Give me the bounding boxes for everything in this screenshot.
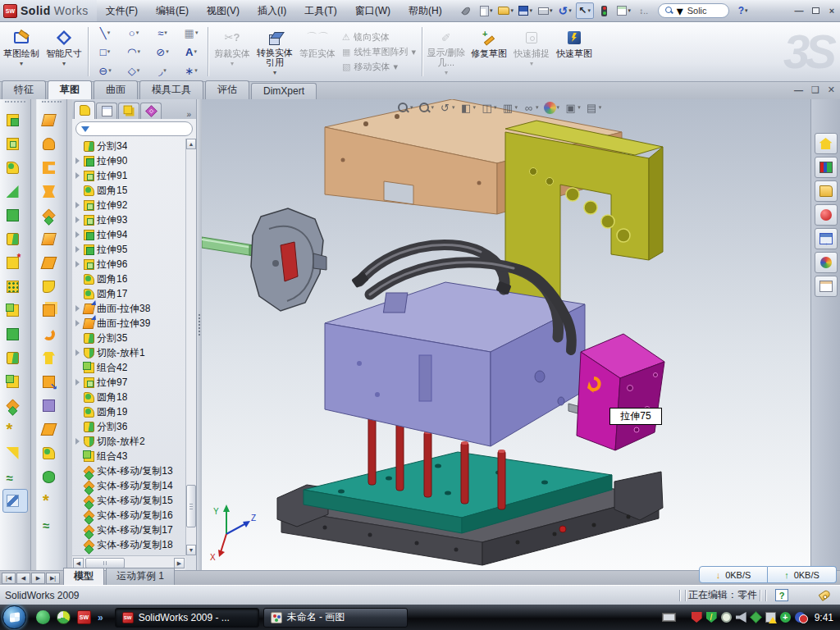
doc-restore-button[interactable]: ❑: [811, 84, 819, 95]
feature-tool-button[interactable]: [0, 322, 30, 346]
menu-item[interactable]: 编辑(E): [147, 0, 198, 21]
ribbon-tab[interactable]: 草图: [48, 80, 92, 100]
sketch-button[interactable]: 草图绘制▾: [1, 25, 42, 79]
sketch-entity-button[interactable]: ▾: [120, 24, 148, 42]
feature-tool-button[interactable]: [0, 227, 30, 251]
sketch-entity-button[interactable]: ▾: [120, 62, 148, 80]
feature-tool-button[interactable]: [0, 346, 30, 370]
network-speed-widget[interactable]: ↓ 0KB/S ↑ 0KB/S: [699, 566, 837, 583]
feature-tree-item[interactable]: 实体-移动/复制16: [74, 508, 185, 523]
rapid-sketch-button[interactable]: 快速草图: [554, 25, 595, 79]
expand-arrow-icon[interactable]: [74, 170, 81, 181]
expand-arrow-icon[interactable]: [74, 244, 81, 255]
search-input[interactable]: [686, 5, 722, 16]
sketch-entity-button[interactable]: ▾: [177, 43, 205, 61]
ribbon-tab[interactable]: 曲面: [94, 80, 138, 99]
surface-tool-button[interactable]: [37, 227, 66, 251]
feature-tree-item[interactable]: 曲面-拉伸38: [74, 301, 185, 316]
quick-launch-icon[interactable]: [36, 610, 50, 624]
print-icon[interactable]: ▾: [536, 2, 555, 19]
document-tab[interactable]: 模型: [63, 568, 104, 585]
tray-icon[interactable]: [795, 612, 806, 623]
view-tool-button[interactable]: ▾: [544, 102, 560, 114]
ribbon-tab[interactable]: 评估: [205, 80, 249, 99]
trim-entities-button[interactable]: ✂?剪裁实体▾: [212, 25, 253, 79]
view-tool-button[interactable]: ▾: [460, 102, 477, 114]
surface-tool-button[interactable]: [37, 251, 66, 275]
tray-icon[interactable]: [692, 612, 702, 623]
surface-tool-button[interactable]: [37, 418, 66, 441]
sketch-entity-button[interactable]: ▾: [120, 43, 148, 61]
ribbon-tab[interactable]: DimXpert: [251, 83, 317, 99]
doc-close-button[interactable]: ✕: [828, 84, 835, 95]
feature-tree-item[interactable]: 拉伸94: [74, 227, 185, 242]
expand-arrow-icon[interactable]: [74, 155, 81, 167]
select-tool-icon[interactable]: ↖▾: [576, 2, 594, 19]
feature-tree-item[interactable]: 圆角18: [74, 390, 185, 404]
design-tree-tab[interactable]: [74, 101, 95, 119]
taskbar-window-button[interactable]: 未命名 - 画图: [263, 608, 408, 628]
expand-arrow-icon[interactable]: [74, 377, 81, 388]
feature-tree-item[interactable]: 圆角16: [74, 272, 185, 286]
expand-arrow-icon[interactable]: [74, 258, 81, 270]
task-pane-button[interactable]: [815, 228, 838, 249]
graphics-viewport[interactable]: Y Z X ▾ ▾: [202, 99, 810, 570]
feature-tree-item[interactable]: 曲面-拉伸39: [74, 316, 185, 331]
keyboard-layout-icon[interactable]: [662, 613, 676, 622]
feature-tree-item[interactable]: 组合42: [74, 360, 185, 375]
close-button[interactable]: ×: [824, 3, 840, 18]
expand-arrow-icon[interactable]: [74, 214, 81, 226]
menu-item[interactable]: 帮助(H): [399, 0, 451, 21]
feature-tree-item[interactable]: 实体-移动/复制15: [74, 493, 185, 508]
tag-icon[interactable]: [819, 589, 832, 601]
feature-tool-button[interactable]: [0, 299, 30, 322]
feature-tree-item[interactable]: 实体-移动/复制18: [74, 537, 185, 552]
help-icon[interactable]: ?▾: [734, 2, 752, 19]
scroll-up-icon[interactable]: ▲: [186, 139, 196, 149]
surface-tool-button[interactable]: [37, 465, 66, 489]
feature-tree-item[interactable]: 组合43: [74, 449, 185, 463]
expand-arrow-icon[interactable]: [74, 347, 81, 358]
feature-tool-button[interactable]: [0, 108, 30, 132]
offset-entities-button[interactable]: ⌒⌒等距实体: [297, 25, 338, 79]
feature-tree-item[interactable]: 切除-放样2: [74, 434, 185, 449]
feature-tool-button[interactable]: [0, 203, 30, 227]
task-pane-button[interactable]: [815, 180, 838, 202]
task-pane-button[interactable]: [815, 276, 838, 297]
menu-item[interactable]: 视图(V): [198, 0, 249, 21]
task-pane-button[interactable]: [815, 133, 838, 154]
surface-tool-button[interactable]: [37, 394, 66, 418]
feature-tool-button[interactable]: [0, 132, 30, 156]
configuration-manager-tab[interactable]: [118, 103, 139, 119]
tray-icon[interactable]: [780, 612, 791, 623]
taskbar-clock[interactable]: 9:41: [815, 612, 833, 623]
view-tool-button[interactable]: ▾: [586, 102, 602, 114]
feature-tool-button[interactable]: [0, 441, 30, 465]
feature-tool-button[interactable]: [0, 370, 30, 394]
sketch-entity-button[interactable]: ▾: [91, 62, 119, 80]
view-tool-button[interactable]: ▾: [502, 102, 518, 114]
expand-arrow-icon[interactable]: [74, 229, 81, 240]
feature-tool-button[interactable]: [2, 489, 28, 513]
feature-tree-item[interactable]: 圆角17: [74, 286, 185, 301]
view-tool-button[interactable]: ▾: [523, 102, 539, 114]
document-tab[interactable]: 运动算例 1: [106, 568, 175, 585]
feature-tree-item[interactable]: 实体-移动/复制17: [74, 523, 185, 537]
sketch-entity-button[interactable]: ▾: [148, 24, 176, 42]
sketch-entity-button[interactable]: ▾: [91, 43, 119, 61]
feature-tool-button[interactable]: [0, 156, 30, 180]
view-tool-button[interactable]: ▾: [564, 102, 581, 114]
surface-tool-button[interactable]: [37, 275, 66, 299]
doc-minimize-button[interactable]: —: [794, 85, 803, 95]
feature-tree-item[interactable]: 实体-移动/复制13: [74, 463, 185, 478]
tray-icon[interactable]: [706, 612, 717, 623]
feature-tree-item[interactable]: 拉伸97: [74, 375, 185, 390]
prev-tab-icon[interactable]: ◀: [16, 573, 30, 584]
view-tool-button[interactable]: ▾: [397, 102, 413, 114]
surface-tool-button[interactable]: [37, 299, 66, 322]
quick-snaps-button[interactable]: 快速捕捉▾: [511, 25, 552, 79]
view-tool-button[interactable]: ▾: [481, 102, 497, 114]
quick-launch-icon[interactable]: [77, 610, 91, 624]
feature-tree-item[interactable]: 实体-移动/复制14: [74, 478, 185, 493]
vertical-scroll-thumb[interactable]: [186, 485, 196, 527]
